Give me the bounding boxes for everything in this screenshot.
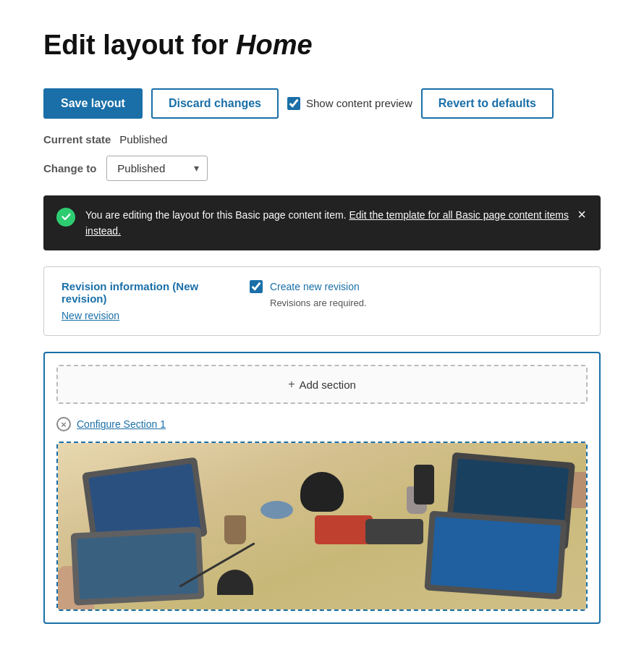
page-title-prefix: Edit layout for <box>43 30 228 60</box>
create-revision-checkbox[interactable] <box>250 280 263 293</box>
revision-left: Revision information (New revision) New … <box>62 280 228 322</box>
discard-changes-button[interactable]: Discard changes <box>151 88 279 119</box>
create-revision-label[interactable]: Create new revision <box>270 281 360 292</box>
revision-title: Revision information (New revision) <box>62 280 228 305</box>
revision-right: Create new revision Revisions are requir… <box>250 280 582 308</box>
bowl <box>260 501 293 519</box>
cup1 <box>224 515 246 544</box>
current-state-value: Published <box>119 133 167 145</box>
notice-check-icon <box>56 208 75 227</box>
change-to-select-wrapper: Published Unpublished Draft Archived ▾ <box>106 156 208 181</box>
save-layout-button[interactable]: Save layout <box>43 88 143 119</box>
teapot <box>300 472 344 512</box>
change-to-select[interactable]: Published Unpublished Draft Archived <box>106 156 208 181</box>
harddrive-red <box>315 515 373 544</box>
show-preview-label[interactable]: Show content preview <box>287 97 412 110</box>
revision-box: Revision information (New revision) New … <box>43 266 601 336</box>
notice-close-button[interactable]: × <box>573 206 590 223</box>
configure-close-icon[interactable]: × <box>56 417 71 431</box>
revert-defaults-button[interactable]: Revert to defaults <box>421 88 554 119</box>
content-image <box>58 443 586 609</box>
headphone <box>217 570 253 595</box>
configure-section-link[interactable]: Configure Section 1 <box>77 418 166 430</box>
configure-section-row: × Configure Section 1 <box>56 417 588 431</box>
page-title: Edit layout for Home <box>43 29 601 62</box>
laptop-bottom-right <box>424 511 567 600</box>
workspace-image <box>58 443 586 609</box>
revision-subtitle-link[interactable]: New revision <box>62 310 119 321</box>
current-state-label: Current state <box>43 133 111 145</box>
preview-label-text: Show content preview <box>306 97 412 109</box>
revision-check-row: Create new revision <box>250 280 582 293</box>
toolbar: Save layout Discard changes Show content… <box>43 88 601 119</box>
revision-note: Revisions are required. <box>270 297 582 308</box>
change-to-label: Change to <box>43 162 96 174</box>
add-section-button[interactable]: + Add section <box>288 378 356 391</box>
harddrive-black <box>365 519 423 544</box>
current-state-row: Current state Published <box>43 133 601 145</box>
notice-text-before: You are editing the layout for this Basi… <box>85 209 347 221</box>
page-title-em: Home <box>236 30 313 60</box>
page-wrapper: Edit layout for Home Save layout Discard… <box>0 0 644 653</box>
add-section-label: Add section <box>299 379 355 391</box>
add-section-area[interactable]: + Add section <box>56 365 588 404</box>
plus-icon: + <box>288 378 295 391</box>
show-preview-checkbox[interactable] <box>287 97 300 110</box>
change-to-row: Change to Published Unpublished Draft Ar… <box>43 156 601 181</box>
laptop-bottom-left <box>71 527 205 606</box>
phone <box>414 465 434 504</box>
layout-editor: + Add section × Configure Section 1 <box>43 352 601 624</box>
content-image-area <box>56 442 588 611</box>
notice-text: You are editing the layout for this Basi… <box>85 207 588 240</box>
notice-banner: You are editing the layout for this Basi… <box>43 195 601 251</box>
